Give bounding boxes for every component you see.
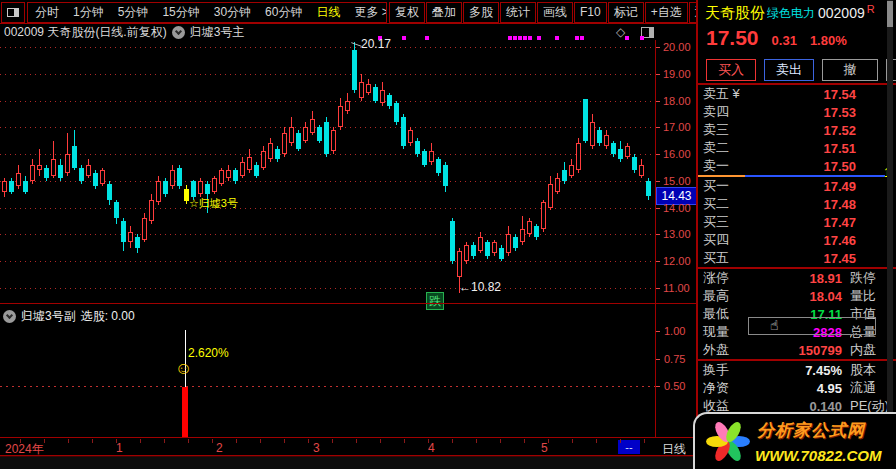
- period-tab[interactable]: 更多 >: [347, 4, 387, 21]
- chevron-down-icon[interactable]: [3, 310, 16, 323]
- hovered-price-box: [748, 317, 876, 335]
- stock-code: 002009: [818, 5, 865, 21]
- toolbar-buttons: 复权叠加多股统计画线F10标记+自选返回: [389, 2, 725, 23]
- sub-indicator-chart[interactable]: 归墟3号副 选股: 0.00 2.620% ☺: [0, 303, 655, 437]
- stat-row: 最高18.04量比: [698, 287, 896, 305]
- panel-scrollbar[interactable]: [887, 0, 893, 455]
- price-tick-label: 17.00: [663, 121, 691, 133]
- last-price: 17.50: [706, 26, 759, 50]
- main-chart[interactable]: 20.17 ☆归墟3号 ←10.82 跌: [0, 40, 655, 303]
- time-tick-label: 3: [313, 441, 320, 455]
- signal-bar: [182, 387, 188, 438]
- peak-annotation: 20.17: [361, 37, 391, 51]
- price-row: 17.50 0.31 1.80%: [698, 26, 896, 56]
- quote-stats-2: 换手7.45%股本净资4.95流通收益0.140PE(动): [698, 359, 896, 415]
- sub-tick-label: 1.00: [664, 325, 685, 337]
- trade-buttons: 买入卖出撤: [698, 56, 896, 85]
- quote-stats-1: 涨停18.91跌停最高18.04量比最低17.11市值现量2828总量外盘150…: [698, 267, 896, 359]
- stat-row: 外盘150799内盘: [698, 341, 896, 359]
- scrollbar-thumb[interactable]: [887, 1, 893, 27]
- stat-row: 净资4.95流通: [698, 379, 896, 397]
- signal-annotation: ☆归墟3号: [189, 196, 238, 211]
- cancel-button[interactable]: 撤: [822, 59, 878, 81]
- toolbar-button[interactable]: 复权: [389, 2, 425, 23]
- margin-flag: R: [867, 3, 875, 15]
- sub-indicator-value: 选股: 0.00: [81, 308, 135, 325]
- price-change-percent: 1.80%: [810, 33, 847, 48]
- toolbar-button[interactable]: 多股: [463, 2, 499, 23]
- threshold-line: [0, 386, 655, 387]
- period-tab[interactable]: 5分钟: [111, 4, 156, 21]
- stat-row: 换手7.45%股本: [698, 361, 896, 379]
- period-tab[interactable]: 15分钟: [155, 4, 206, 21]
- buy-level-row[interactable]: 买三17.47: [698, 213, 896, 231]
- price-tick-label: 20.00: [663, 41, 691, 53]
- price-tick-label: 18.00: [663, 95, 691, 107]
- period-tab[interactable]: 日线: [309, 4, 347, 21]
- site-url: WWW.70822.COM: [755, 447, 881, 464]
- low-annotation: ←10.82: [459, 280, 501, 294]
- time-axis: -- 日线 2024年12345: [0, 437, 696, 456]
- concept-tag: 绿色电力: [767, 5, 815, 22]
- sell-level-row[interactable]: 卖五 ¥17.54: [698, 85, 896, 103]
- site-logo: 分析家公式网 WWW.70822.COM: [693, 412, 896, 469]
- sub-indicator-name[interactable]: 归墟3号副: [21, 308, 76, 325]
- buy-level-row[interactable]: 买五17.45: [698, 249, 896, 267]
- sell-level-row[interactable]: 卖三17.52: [698, 121, 896, 139]
- smiley-icon: ☺: [175, 360, 192, 377]
- sell-level-row[interactable]: 卖二17.51: [698, 139, 896, 157]
- price-tick-label: 14.00: [663, 202, 691, 214]
- period-tabs: 分时1分钟5分钟15分钟30分钟60分钟日线更多 >: [27, 2, 387, 23]
- price-axis: 14.43 20.0019.0018.0017.0016.0015.0014.0…: [655, 40, 696, 303]
- site-name: 分析家公式网: [757, 419, 865, 442]
- price-tick-label: 16.00: [663, 148, 691, 160]
- app-window: 分时1分钟5分钟15分钟30分钟60分钟日线更多 > 复权叠加多股统计画线F10…: [0, 0, 896, 469]
- sell-level-row[interactable]: 卖四17.53: [698, 103, 896, 121]
- price-tick-label: 13.00: [663, 228, 691, 240]
- buy-button[interactable]: 买入: [706, 59, 756, 81]
- sell-level-row[interactable]: 卖一17.50: [698, 157, 896, 175]
- window-split-icon: [7, 8, 19, 17]
- quote-panel: 天奇股份 绿色电力 002009 R 17.50 0.31 1.80% 买入卖出…: [696, 0, 896, 456]
- time-tick-label: 1: [116, 441, 123, 455]
- toolbar-button[interactable]: +自选: [645, 2, 688, 23]
- quote-header: 天奇股份 绿色电力 002009 R: [698, 0, 896, 26]
- period-tab[interactable]: 分时: [28, 4, 66, 21]
- period-tab[interactable]: 30分钟: [207, 4, 258, 21]
- price-tick-label: 19.00: [663, 68, 691, 80]
- time-tick-label: 2: [216, 441, 223, 455]
- blank-date-box: --: [618, 440, 640, 454]
- toolbar-button[interactable]: 统计: [500, 2, 536, 23]
- price-tick-label: 15.00: [663, 175, 691, 187]
- price-tick-label: 11.00: [663, 282, 690, 294]
- toolbar-button[interactable]: 画线: [537, 2, 573, 23]
- period-tab[interactable]: 1分钟: [66, 4, 111, 21]
- sub-tick-label: 0.75: [664, 353, 685, 365]
- order-book: 卖五 ¥17.54卖四17.53卖三17.52卖二17.51卖一17.501买一…: [698, 85, 896, 267]
- price-tick-label: 12.00: [663, 255, 691, 267]
- buy-level-row[interactable]: 买一17.49: [698, 177, 896, 195]
- flower-logo-icon: [703, 417, 753, 467]
- time-tick-label: 4: [428, 441, 435, 455]
- sell-button[interactable]: 卖出: [764, 59, 814, 81]
- time-tick-label: 5: [541, 441, 548, 455]
- sub-chart-header: 归墟3号副 选股: 0.00: [3, 308, 135, 325]
- stat-row: 涨停18.91跌停: [698, 269, 896, 287]
- mouse-cursor: ☝: [770, 317, 779, 333]
- period-tab[interactable]: 60分钟: [258, 4, 309, 21]
- sub-tick-label: 0.50: [664, 380, 685, 392]
- buy-level-row[interactable]: 买四17.46: [698, 231, 896, 249]
- top-toolbar: 分时1分钟5分钟15分钟30分钟60分钟日线更多 > 复权叠加多股统计画线F10…: [0, 0, 697, 24]
- toolbar-button[interactable]: 叠加: [426, 2, 462, 23]
- sub-chart-axis: 1.000.750.50: [655, 303, 696, 437]
- buy-level-row[interactable]: 买二17.48: [698, 195, 896, 213]
- toolbar-button[interactable]: 标记: [608, 2, 644, 23]
- signal-percent-label: 2.620%: [188, 346, 229, 360]
- toolbar-button[interactable]: F10: [574, 2, 607, 23]
- layout-split-icon[interactable]: [1, 2, 25, 23]
- stock-name: 天奇股份: [705, 4, 765, 23]
- price-change: 0.31: [772, 33, 797, 48]
